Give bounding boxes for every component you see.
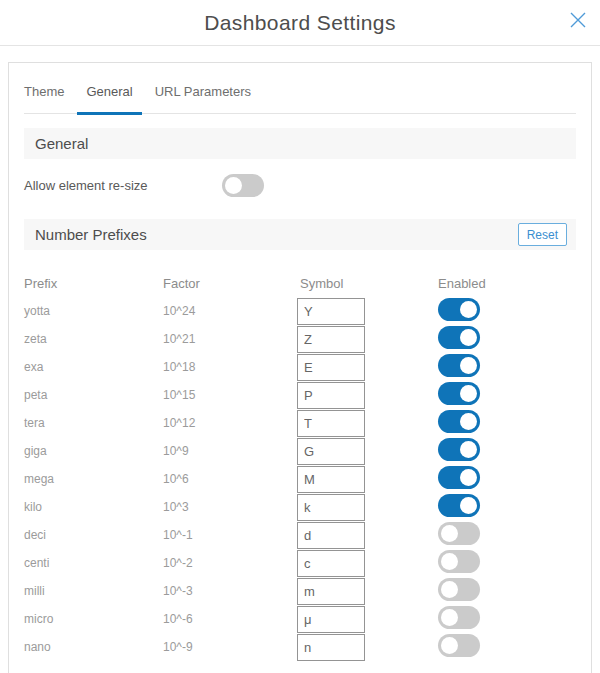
prefix-cell: yotta <box>24 304 163 318</box>
symbol-cell <box>297 550 438 577</box>
enabled-toggle[interactable] <box>438 606 480 629</box>
general-section-header: General <box>24 128 576 159</box>
symbol-input[interactable] <box>297 578 365 605</box>
prefix-cell: zeta <box>24 332 163 346</box>
symbol-cell <box>297 606 438 633</box>
enabled-toggle[interactable] <box>438 522 480 545</box>
table-row: exa 10^18 <box>24 353 576 381</box>
enabled-cell <box>438 522 576 549</box>
enabled-cell <box>438 466 576 493</box>
close-icon <box>568 10 588 30</box>
enabled-toggle[interactable] <box>438 466 480 489</box>
prefix-cell: giga <box>24 444 163 458</box>
enabled-toggle[interactable] <box>438 578 480 601</box>
symbol-cell <box>297 382 438 409</box>
prefix-table: Prefix Factor Symbol Enabled yotta 10^24… <box>24 269 576 661</box>
prefix-cell: mega <box>24 472 163 486</box>
symbol-cell <box>297 634 438 661</box>
factor-cell: 10^-9 <box>163 640 297 654</box>
symbol-cell <box>297 298 438 325</box>
symbol-cell <box>297 494 438 521</box>
allow-resize-label: Allow element re-size <box>24 178 222 193</box>
symbol-cell <box>297 522 438 549</box>
factor-cell: 10^-1 <box>163 528 297 542</box>
enabled-cell <box>438 326 576 353</box>
table-row: kilo 10^3 <box>24 493 576 521</box>
symbol-input[interactable] <box>297 606 365 633</box>
tab-theme[interactable]: Theme <box>15 84 73 113</box>
tab-url-parameters[interactable]: URL Parameters <box>146 84 260 113</box>
prefix-cell: milli <box>24 584 163 598</box>
factor-cell: 10^15 <box>163 388 297 402</box>
reset-button[interactable]: Reset <box>518 223 567 246</box>
column-header-prefix: Prefix <box>24 276 163 291</box>
symbol-input[interactable] <box>297 438 365 465</box>
symbol-cell <box>297 438 438 465</box>
prefix-cell: peta <box>24 388 163 402</box>
enabled-cell <box>438 494 576 521</box>
dialog-header: Dashboard Settings <box>0 0 600 46</box>
allow-resize-row: Allow element re-size <box>24 171 576 199</box>
enabled-toggle[interactable] <box>438 354 480 377</box>
symbol-input[interactable] <box>297 410 365 437</box>
symbol-input[interactable] <box>297 550 365 577</box>
allow-resize-toggle[interactable] <box>222 174 264 197</box>
table-row: peta 10^15 <box>24 381 576 409</box>
prefix-cell: tera <box>24 416 163 430</box>
tab-general[interactable]: General <box>77 84 141 113</box>
symbol-input[interactable] <box>297 298 365 325</box>
prefix-table-header: Prefix Factor Symbol Enabled <box>24 269 576 297</box>
factor-cell: 10^12 <box>163 416 297 430</box>
factor-cell: 10^-2 <box>163 556 297 570</box>
symbol-cell <box>297 326 438 353</box>
column-header-symbol: Symbol <box>297 276 438 291</box>
settings-panel: Theme General URL Parameters General All… <box>8 62 592 673</box>
symbol-input[interactable] <box>297 494 365 521</box>
column-header-enabled: Enabled <box>438 276 576 291</box>
symbol-input[interactable] <box>297 354 365 381</box>
symbol-cell <box>297 578 438 605</box>
enabled-toggle[interactable] <box>438 298 480 321</box>
enabled-toggle[interactable] <box>438 438 480 461</box>
enabled-cell <box>438 354 576 381</box>
table-row: tera 10^12 <box>24 409 576 437</box>
symbol-input[interactable] <box>297 466 365 493</box>
symbol-input[interactable] <box>297 634 365 661</box>
close-button[interactable] <box>566 8 590 32</box>
symbol-cell <box>297 410 438 437</box>
factor-cell: 10^24 <box>163 304 297 318</box>
symbol-input[interactable] <box>297 522 365 549</box>
general-section-title: General <box>35 135 88 152</box>
prefix-cell: micro <box>24 612 163 626</box>
dialog-title: Dashboard Settings <box>204 11 396 35</box>
prefix-cell: exa <box>24 360 163 374</box>
number-prefixes-section-header: Number Prefixes Reset <box>24 219 576 250</box>
enabled-toggle[interactable] <box>438 550 480 573</box>
enabled-toggle[interactable] <box>438 494 480 517</box>
enabled-toggle[interactable] <box>438 410 480 433</box>
enabled-cell <box>438 634 576 661</box>
prefix-table-body: yotta 10^24 zeta 10^21 exa 10^18 peta 10… <box>24 297 576 661</box>
table-row: milli 10^-3 <box>24 577 576 605</box>
table-row: micro 10^-6 <box>24 605 576 633</box>
symbol-input[interactable] <box>297 326 365 353</box>
enabled-toggle[interactable] <box>438 326 480 349</box>
enabled-cell <box>438 410 576 437</box>
enabled-cell <box>438 438 576 465</box>
symbol-input[interactable] <box>297 382 365 409</box>
column-header-factor: Factor <box>163 276 297 291</box>
enabled-cell <box>438 606 576 633</box>
table-row: mega 10^6 <box>24 465 576 493</box>
factor-cell: 10^3 <box>163 500 297 514</box>
table-row: zeta 10^21 <box>24 325 576 353</box>
prefix-cell: kilo <box>24 500 163 514</box>
factor-cell: 10^9 <box>163 444 297 458</box>
tab-bar: Theme General URL Parameters <box>24 63 576 114</box>
symbol-cell <box>297 354 438 381</box>
enabled-toggle[interactable] <box>438 382 480 405</box>
enabled-cell <box>438 298 576 325</box>
factor-cell: 10^6 <box>163 472 297 486</box>
enabled-toggle[interactable] <box>438 634 480 657</box>
factor-cell: 10^21 <box>163 332 297 346</box>
enabled-cell <box>438 550 576 577</box>
